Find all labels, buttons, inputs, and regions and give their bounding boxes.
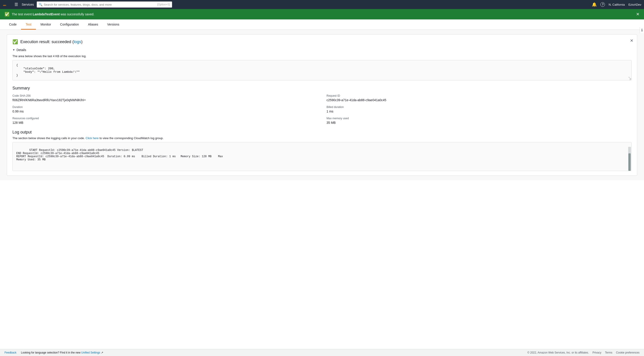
summary-item-sha256: Code SHA-256 fI06ZlRH/KN6Ra3twvdRllUYaxv…	[12, 94, 318, 102]
summary-title: Summary	[12, 86, 632, 90]
resources-value: 128 MB	[12, 121, 318, 124]
log-scrollbar[interactable]	[628, 147, 631, 170]
privacy-link[interactable]: Privacy	[592, 351, 601, 354]
hamburger-menu[interactable]: ☰	[14, 2, 19, 7]
main-area: Code Test Monitor Configuration Aliases …	[0, 20, 644, 349]
execution-success-icon: ✅	[12, 39, 18, 44]
success-banner: ✅ The test event LambdaTestEvent was suc…	[0, 9, 644, 20]
tab-monitor[interactable]: Monitor	[36, 20, 56, 30]
code-output-text: { "statusCode": 200, "body": "\"Hello fr…	[16, 64, 80, 77]
details-arrow-icon: ▼	[12, 48, 15, 52]
log-output-box: START RequestId: c2590c39-a71e-41da-ab88…	[12, 142, 632, 171]
request-id-label: Request ID	[326, 94, 632, 97]
aws-logo[interactable]: aws	[3, 2, 11, 7]
feedback-link[interactable]: Feedback	[4, 351, 16, 354]
summary-grid: Code SHA-256 fI06ZlRH/KN6Ra3twvdRllUYaxv…	[12, 94, 632, 124]
search-input[interactable]	[44, 3, 156, 6]
banner-event-name: LambdaTestEvent	[33, 12, 60, 16]
code-output-box: { "statusCode": 200, "body": "\"Hello fr…	[12, 60, 632, 80]
help-icon[interactable]: ?	[600, 2, 605, 7]
summary-item-resources: Resources configured 128 MB	[12, 117, 318, 124]
log-scrollbar-thumb[interactable]	[628, 154, 631, 171]
log-text: START RequestId: c2590c39-a71e-41da-ab88…	[16, 149, 223, 161]
execution-result-box: ✅ Execution result: succeeded (logs) ✕ ▼…	[7, 34, 637, 176]
max-memory-value: 35 MB	[326, 121, 632, 124]
tab-aliases[interactable]: Aliases	[84, 20, 102, 30]
log-desc-prefix: The section below shows the logging call…	[12, 136, 86, 140]
page-footer: Feedback Looking for language selection?…	[0, 349, 644, 356]
billed-duration-value: 1 ms	[326, 110, 632, 113]
log-description: The section below shows the logging call…	[12, 136, 632, 140]
terms-link[interactable]: Terms	[605, 351, 612, 354]
request-id-value: c2590c39-a71e-41da-ab88-c9ae041a0c45	[326, 98, 632, 102]
banner-text: The test event LambdaTestEvent was succe…	[12, 12, 634, 16]
exec-title-prefix: Execution result: succeeded (	[20, 40, 74, 44]
banner-suffix: was successfully saved.	[60, 12, 94, 16]
summary-item-request-id: Request ID c2590c39-a71e-41da-ab88-c9ae0…	[326, 94, 632, 102]
execution-close-button[interactable]: ✕	[630, 38, 634, 43]
log-output-title: Log output	[12, 130, 632, 135]
notifications-icon[interactable]: 🔔	[592, 2, 597, 7]
search-icon: 🔍	[39, 3, 42, 6]
region-selector[interactable]: N. California	[608, 3, 625, 6]
summary-item-max-memory: Max memory used 35 MB	[326, 117, 632, 124]
banner-prefix: The test event	[12, 12, 33, 16]
tab-code[interactable]: Code	[4, 20, 21, 30]
tabs-bar: Code Test Monitor Configuration Aliases …	[0, 20, 644, 30]
logs-link[interactable]: logs	[74, 40, 81, 44]
cloudwatch-link[interactable]: Click here	[86, 136, 99, 140]
execution-header: ✅ Execution result: succeeded (logs)	[12, 39, 632, 44]
billed-duration-label: Billed duration	[326, 106, 632, 109]
svg-text:aws: aws	[3, 4, 6, 6]
tab-versions[interactable]: Versions	[102, 20, 124, 30]
max-memory-label: Max memory used	[326, 117, 632, 120]
execution-title: Execution result: succeeded (logs)	[20, 40, 82, 44]
unified-settings-link[interactable]: Unified Settings	[81, 351, 100, 354]
log-desc-suffix: to view the corresponding CloudWatch log…	[99, 136, 164, 140]
details-description: The area below shows the last 4 KB of th…	[12, 54, 632, 58]
resources-label: Resources configured	[12, 117, 318, 120]
sha256-label: Code SHA-256	[12, 94, 318, 97]
account-menu[interactable]: EzioADev	[628, 3, 641, 6]
summary-item-billed-duration: Billed duration 1 ms	[326, 106, 632, 113]
nav-icons: 🔔 ? N. California EzioADev	[592, 2, 641, 7]
banner-close-button[interactable]: ✕	[636, 12, 640, 17]
footer-unified-prefix: Looking for language selection? Find it …	[21, 351, 81, 354]
nav-search-bar[interactable]: 🔍 [Option+S]	[36, 1, 172, 8]
details-toggle[interactable]: ▼ Details	[12, 48, 632, 52]
sha256-value: fI06ZlRH/KN6Ra3twvdRllUYaxv182Tjx0qNWNlK…	[12, 98, 318, 102]
summary-item-duration: Duration 0.99 ms	[12, 106, 318, 113]
footer-right: © 2022, Amazon Web Services, Inc. or its…	[528, 351, 640, 354]
search-shortcut: [Option+S]	[157, 3, 170, 6]
exec-title-suffix: )	[81, 40, 82, 44]
side-info-panel[interactable]: ℹ	[640, 27, 644, 33]
tab-configuration[interactable]: Configuration	[56, 20, 84, 30]
content-area: ✅ Execution result: succeeded (logs) ✕ ▼…	[0, 30, 644, 180]
resize-handle-icon[interactable]: ⤡	[628, 76, 631, 80]
footer-copyright: © 2022, Amazon Web Services, Inc. or its…	[528, 351, 589, 354]
duration-value: 0.99 ms	[12, 110, 318, 113]
footer-unified-settings: Looking for language selection? Find it …	[21, 351, 528, 354]
tab-test[interactable]: Test	[21, 20, 36, 30]
cookie-preferences-link[interactable]: Cookie preferences	[616, 351, 640, 354]
details-label: Details	[16, 48, 26, 52]
nav-services[interactable]: Services	[22, 3, 34, 6]
success-icon: ✅	[4, 12, 10, 17]
top-navigation: aws ☰ Services 🔍 [Option+S] 🔔 ? N. Calif…	[0, 0, 644, 9]
duration-label: Duration	[12, 106, 318, 109]
